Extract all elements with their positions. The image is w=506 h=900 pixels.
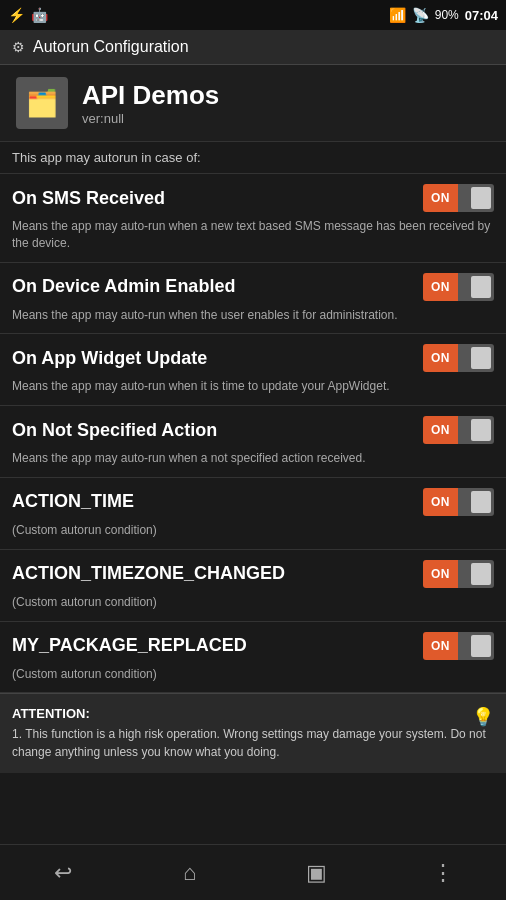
setting-row: ACTION_TIME ON	[0, 478, 506, 520]
setting-title-package: MY_PACKAGE_REPLACED	[12, 635, 423, 656]
setting-desc-sms: Means the app may auto-run when a new te…	[0, 216, 506, 262]
app-details: API Demos ver:null	[82, 80, 219, 126]
setting-row: ACTION_TIMEZONE_CHANGED ON	[0, 550, 506, 592]
app-info-section: 🗂️ API Demos ver:null	[0, 65, 506, 142]
header-title: Autorun Configuration	[33, 38, 189, 56]
overflow-menu-icon: ⋮	[432, 860, 454, 886]
app-name: API Demos	[82, 80, 219, 111]
toggle-on-label: ON	[423, 184, 458, 212]
toggle-package[interactable]: ON	[423, 632, 494, 660]
toggle-on-label: ON	[423, 632, 458, 660]
settings-icon: ⚙	[12, 39, 25, 55]
toggle-switch-admin[interactable]	[458, 273, 494, 301]
usb-icon: ⚡	[8, 7, 25, 23]
setting-row: On Device Admin Enabled ON	[0, 263, 506, 305]
setting-device-admin: On Device Admin Enabled ON Means the app…	[0, 263, 506, 335]
toggle-admin[interactable]: ON	[423, 273, 494, 301]
setting-title-timezone: ACTION_TIMEZONE_CHANGED	[12, 563, 423, 584]
setting-app-widget: On App Widget Update ON Means the app ma…	[0, 334, 506, 406]
setting-title-actiontime: ACTION_TIME	[12, 491, 423, 512]
attention-text: 1. This function is a high risk operatio…	[12, 725, 494, 761]
toggle-switch-notspecified[interactable]	[458, 416, 494, 444]
toggle-widget[interactable]: ON	[423, 344, 494, 372]
setting-action-time: ACTION_TIME ON (Custom autorun condition…	[0, 478, 506, 550]
attention-box: 💡 ATTENTION: 1. This function is a high …	[0, 693, 506, 773]
menu-button[interactable]: ⋮	[413, 853, 473, 893]
app-icon: 🗂️	[16, 77, 68, 129]
setting-desc-admin: Means the app may auto-run when the user…	[0, 305, 506, 334]
toggle-switch-timezone[interactable]	[458, 560, 494, 588]
recents-button[interactable]: ▣	[286, 853, 346, 893]
settings-list: On SMS Received ON Means the app may aut…	[0, 174, 506, 858]
setting-sms-received: On SMS Received ON Means the app may aut…	[0, 174, 506, 263]
back-icon: ↩	[54, 860, 72, 886]
toggle-switch-package[interactable]	[458, 632, 494, 660]
home-button[interactable]: ⌂	[160, 853, 220, 893]
setting-not-specified: On Not Specified Action ON Means the app…	[0, 406, 506, 478]
setting-desc-actiontime: (Custom autorun condition)	[0, 520, 506, 549]
setting-title-admin: On Device Admin Enabled	[12, 276, 423, 297]
toggle-on-label: ON	[423, 344, 458, 372]
time-text: 07:04	[465, 8, 498, 23]
setting-title-widget: On App Widget Update	[12, 348, 423, 369]
setting-row: On SMS Received ON	[0, 174, 506, 216]
status-right-icons: 📶 📡 90% 07:04	[389, 7, 498, 23]
setting-desc-notspecified: Means the app may auto-run when a not sp…	[0, 448, 506, 477]
bottom-nav: ↩ ⌂ ▣ ⋮	[0, 844, 506, 900]
status-bar: ⚡ 🤖 📶 📡 90% 07:04	[0, 0, 506, 30]
toggle-switch-actiontime[interactable]	[458, 488, 494, 516]
toggle-on-label: ON	[423, 416, 458, 444]
home-icon: ⌂	[183, 860, 196, 886]
intro-text: This app may autorun in case of:	[0, 142, 506, 174]
wifi-icon: 📶	[389, 7, 406, 23]
bulb-icon: 💡	[472, 706, 494, 728]
header-bar: ⚙ Autorun Configuration	[0, 30, 506, 65]
setting-row: On Not Specified Action ON	[0, 406, 506, 448]
toggle-on-label: ON	[423, 560, 458, 588]
setting-row: MY_PACKAGE_REPLACED ON	[0, 622, 506, 664]
setting-desc-timezone: (Custom autorun condition)	[0, 592, 506, 621]
back-button[interactable]: ↩	[33, 853, 93, 893]
toggle-sms[interactable]: ON	[423, 184, 494, 212]
battery-text: 90%	[435, 8, 459, 22]
app-version: ver:null	[82, 111, 219, 126]
toggle-switch-widget[interactable]	[458, 344, 494, 372]
toggle-timezone[interactable]: ON	[423, 560, 494, 588]
setting-row: On App Widget Update ON	[0, 334, 506, 376]
toggle-on-label: ON	[423, 273, 458, 301]
recents-icon: ▣	[306, 860, 327, 886]
setting-desc-package: (Custom autorun condition)	[0, 664, 506, 693]
signal-icon: 📡	[412, 7, 429, 23]
setting-title-sms: On SMS Received	[12, 188, 423, 209]
attention-title: ATTENTION:	[12, 706, 494, 721]
toggle-actiontime[interactable]: ON	[423, 488, 494, 516]
android-icon: 🤖	[31, 7, 48, 23]
toggle-switch-sms[interactable]	[458, 184, 494, 212]
toggle-on-label: ON	[423, 488, 458, 516]
setting-action-timezone: ACTION_TIMEZONE_CHANGED ON (Custom autor…	[0, 550, 506, 622]
setting-title-notspecified: On Not Specified Action	[12, 420, 423, 441]
folder-icon: 🗂️	[26, 88, 58, 119]
setting-package-replaced: MY_PACKAGE_REPLACED ON (Custom autorun c…	[0, 622, 506, 694]
toggle-notspecified[interactable]: ON	[423, 416, 494, 444]
status-left-icons: ⚡ 🤖	[8, 7, 48, 23]
setting-desc-widget: Means the app may auto-run when it is ti…	[0, 376, 506, 405]
